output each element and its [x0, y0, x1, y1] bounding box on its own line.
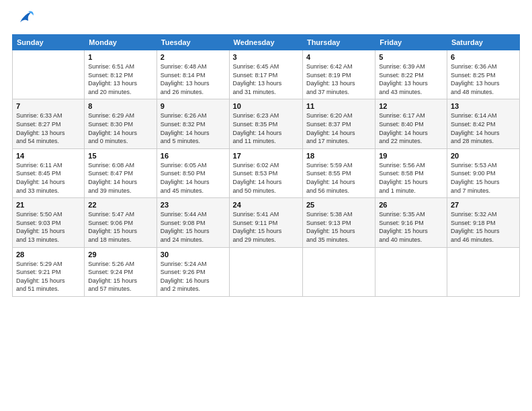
- calendar-cell: 25Sunrise: 5:38 AMSunset: 9:13 PMDayligh…: [302, 198, 375, 247]
- calendar-cell: 26Sunrise: 5:35 AMSunset: 9:16 PMDayligh…: [375, 198, 447, 247]
- calendar-cell: 15Sunrise: 6:08 AMSunset: 8:47 PMDayligh…: [85, 148, 157, 197]
- day-info: Sunrise: 5:47 AMSunset: 9:06 PMDaylight:…: [88, 210, 153, 244]
- day-info: Sunrise: 6:42 AMSunset: 8:19 PMDaylight:…: [306, 62, 371, 96]
- calendar-cell: 17Sunrise: 6:02 AMSunset: 8:53 PMDayligh…: [229, 148, 302, 197]
- calendar-cell: 13Sunrise: 6:14 AMSunset: 8:42 PMDayligh…: [447, 99, 519, 148]
- day-number: 17: [233, 152, 299, 160]
- day-number: 29: [88, 250, 153, 259]
- day-number: 8: [88, 102, 153, 110]
- day-number: 22: [88, 201, 153, 209]
- calendar-week-row: 14Sunrise: 6:11 AMSunset: 8:45 PMDayligh…: [13, 148, 520, 197]
- day-info: Sunrise: 5:32 AMSunset: 9:18 PMDaylight:…: [451, 210, 516, 244]
- day-number: 12: [379, 102, 443, 110]
- day-info: Sunrise: 6:39 AMSunset: 8:22 PMDaylight:…: [379, 62, 443, 96]
- weekday-header-friday: Friday: [375, 35, 447, 50]
- calendar-cell: 29Sunrise: 5:26 AMSunset: 9:24 PMDayligh…: [85, 247, 157, 296]
- day-info: Sunrise: 6:20 AMSunset: 8:37 PMDaylight:…: [306, 111, 371, 145]
- calendar-cell: 10Sunrise: 6:23 AMSunset: 8:35 PMDayligh…: [229, 99, 302, 148]
- day-info: Sunrise: 6:26 AMSunset: 8:32 PMDaylight:…: [161, 111, 226, 145]
- day-info: Sunrise: 6:45 AMSunset: 8:17 PMDaylight:…: [233, 62, 299, 96]
- weekday-header-saturday: Saturday: [447, 35, 519, 50]
- calendar-cell: 9Sunrise: 6:26 AMSunset: 8:32 PMDaylight…: [157, 99, 229, 148]
- calendar-table: SundayMondayTuesdayWednesdayThursdayFrid…: [12, 34, 520, 297]
- day-info: Sunrise: 6:17 AMSunset: 8:40 PMDaylight:…: [379, 111, 443, 145]
- calendar-cell: [375, 247, 447, 296]
- day-number: 14: [16, 152, 81, 160]
- calendar-cell: 20Sunrise: 5:53 AMSunset: 9:00 PMDayligh…: [447, 148, 519, 197]
- calendar-cell: 21Sunrise: 5:50 AMSunset: 9:03 PMDayligh…: [13, 198, 85, 247]
- calendar-cell: 22Sunrise: 5:47 AMSunset: 9:06 PMDayligh…: [85, 198, 157, 247]
- day-number: 16: [161, 152, 226, 160]
- day-number: 7: [16, 102, 81, 110]
- calendar-week-row: 21Sunrise: 5:50 AMSunset: 9:03 PMDayligh…: [13, 198, 520, 247]
- day-number: 27: [451, 201, 516, 209]
- day-info: Sunrise: 5:38 AMSunset: 9:13 PMDaylight:…: [306, 210, 371, 244]
- calendar-cell: 5Sunrise: 6:39 AMSunset: 8:22 PMDaylight…: [375, 50, 447, 99]
- day-number: 13: [451, 102, 516, 110]
- day-info: Sunrise: 6:11 AMSunset: 8:45 PMDaylight:…: [16, 161, 81, 195]
- calendar-cell: 23Sunrise: 5:44 AMSunset: 9:08 PMDayligh…: [157, 198, 229, 247]
- day-info: Sunrise: 6:14 AMSunset: 8:42 PMDaylight:…: [451, 111, 516, 145]
- weekday-header-monday: Monday: [85, 35, 157, 50]
- day-info: Sunrise: 5:26 AMSunset: 9:24 PMDaylight:…: [88, 260, 153, 293]
- day-info: Sunrise: 5:53 AMSunset: 9:00 PMDaylight:…: [451, 161, 516, 195]
- day-number: 6: [451, 53, 516, 61]
- day-number: 30: [161, 250, 226, 259]
- day-number: 15: [88, 152, 153, 160]
- day-number: 1: [88, 53, 153, 61]
- day-number: 25: [306, 201, 371, 209]
- header: [12, 12, 520, 30]
- day-number: 3: [233, 53, 299, 61]
- weekday-header-wednesday: Wednesday: [229, 35, 302, 50]
- day-info: Sunrise: 6:33 AMSunset: 8:27 PMDaylight:…: [16, 111, 81, 145]
- day-info: Sunrise: 5:59 AMSunset: 8:55 PMDaylight:…: [306, 161, 371, 195]
- day-info: Sunrise: 6:23 AMSunset: 8:35 PMDaylight:…: [233, 111, 299, 145]
- day-info: Sunrise: 5:41 AMSunset: 9:11 PMDaylight:…: [233, 210, 299, 244]
- calendar-cell: 30Sunrise: 5:24 AMSunset: 9:26 PMDayligh…: [157, 247, 229, 296]
- day-info: Sunrise: 5:35 AMSunset: 9:16 PMDaylight:…: [379, 210, 443, 244]
- page: SundayMondayTuesdayWednesdayThursdayFrid…: [0, 0, 532, 411]
- calendar-week-row: 28Sunrise: 5:29 AMSunset: 9:21 PMDayligh…: [13, 247, 520, 296]
- day-info: Sunrise: 5:56 AMSunset: 8:58 PMDaylight:…: [379, 161, 443, 195]
- day-info: Sunrise: 6:48 AMSunset: 8:14 PMDaylight:…: [161, 62, 226, 96]
- day-number: 2: [161, 53, 226, 61]
- calendar-cell: 11Sunrise: 6:20 AMSunset: 8:37 PMDayligh…: [302, 99, 375, 148]
- calendar-week-row: 7Sunrise: 6:33 AMSunset: 8:27 PMDaylight…: [13, 99, 520, 148]
- calendar-cell: [302, 247, 375, 296]
- day-number: 18: [306, 152, 371, 160]
- calendar-cell: [447, 247, 519, 296]
- day-info: Sunrise: 6:29 AMSunset: 8:30 PMDaylight:…: [88, 111, 153, 145]
- day-number: 9: [161, 102, 226, 110]
- logo-bird-icon: [15, 9, 35, 30]
- weekday-header-thursday: Thursday: [302, 35, 375, 50]
- weekday-header-sunday: Sunday: [13, 35, 85, 50]
- day-number: 28: [16, 250, 81, 259]
- day-number: 23: [161, 201, 226, 209]
- day-info: Sunrise: 5:29 AMSunset: 9:21 PMDaylight:…: [16, 260, 81, 293]
- day-info: Sunrise: 6:08 AMSunset: 8:47 PMDaylight:…: [88, 161, 153, 195]
- calendar-cell: 12Sunrise: 6:17 AMSunset: 8:40 PMDayligh…: [375, 99, 447, 148]
- calendar-cell: 28Sunrise: 5:29 AMSunset: 9:21 PMDayligh…: [13, 247, 85, 296]
- logo: [12, 12, 35, 30]
- day-info: Sunrise: 6:05 AMSunset: 8:50 PMDaylight:…: [161, 161, 226, 195]
- day-number: 19: [379, 152, 443, 160]
- calendar-cell: [229, 247, 302, 296]
- calendar-cell: 1Sunrise: 6:51 AMSunset: 8:12 PMDaylight…: [85, 50, 157, 99]
- calendar-cell: 16Sunrise: 6:05 AMSunset: 8:50 PMDayligh…: [157, 148, 229, 197]
- calendar-cell: 18Sunrise: 5:59 AMSunset: 8:55 PMDayligh…: [302, 148, 375, 197]
- day-number: 20: [451, 152, 516, 160]
- calendar-cell: 6Sunrise: 6:36 AMSunset: 8:25 PMDaylight…: [447, 50, 519, 99]
- day-number: 21: [16, 201, 81, 209]
- day-number: 26: [379, 201, 443, 209]
- day-info: Sunrise: 6:36 AMSunset: 8:25 PMDaylight:…: [451, 62, 516, 96]
- day-number: 10: [233, 102, 299, 110]
- calendar-cell: 8Sunrise: 6:29 AMSunset: 8:30 PMDaylight…: [85, 99, 157, 148]
- day-info: Sunrise: 5:44 AMSunset: 9:08 PMDaylight:…: [161, 210, 226, 244]
- calendar-week-row: 1Sunrise: 6:51 AMSunset: 8:12 PMDaylight…: [13, 50, 520, 99]
- day-number: 11: [306, 102, 371, 110]
- day-info: Sunrise: 5:50 AMSunset: 9:03 PMDaylight:…: [16, 210, 81, 244]
- calendar-cell: 14Sunrise: 6:11 AMSunset: 8:45 PMDayligh…: [13, 148, 85, 197]
- calendar-cell: [13, 50, 85, 99]
- weekday-header-row: SundayMondayTuesdayWednesdayThursdayFrid…: [13, 35, 520, 50]
- day-number: 4: [306, 53, 371, 61]
